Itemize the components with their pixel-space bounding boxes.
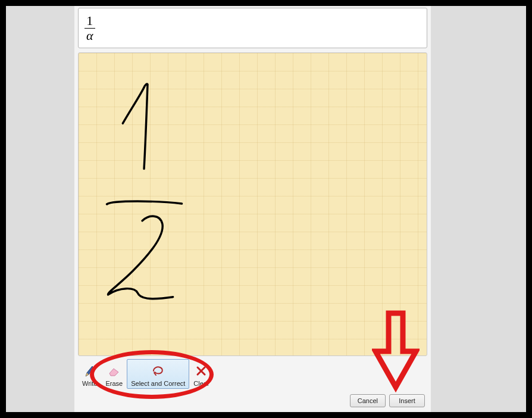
fraction-numerator: 1: [85, 14, 95, 28]
select-and-correct-button[interactable]: Select and Correct: [127, 359, 189, 389]
pencil-icon: [84, 363, 96, 379]
eraser-icon: [108, 363, 121, 379]
erase-button[interactable]: Erase: [101, 359, 127, 389]
dialog-buttons: Cancel Insert: [350, 394, 425, 407]
select-correct-label: Select and Correct: [131, 380, 185, 387]
ink-strokes: [79, 53, 427, 355]
equation-preview: 1 α: [78, 8, 427, 48]
x-icon: [196, 363, 206, 379]
right-gutter: [431, 6, 526, 412]
insert-button[interactable]: Insert: [389, 394, 425, 407]
erase-label: Erase: [105, 380, 123, 387]
fraction-display: 1 α: [85, 14, 95, 42]
cancel-button[interactable]: Cancel: [350, 394, 386, 407]
write-label: Write: [82, 380, 97, 387]
write-button[interactable]: Write: [78, 359, 101, 389]
math-input-panel: 1 α: [74, 6, 431, 412]
lasso-icon: [151, 363, 166, 379]
clear-label: Clear: [193, 380, 209, 387]
fraction-denominator: α: [85, 29, 95, 42]
clear-button[interactable]: Clear: [189, 359, 213, 389]
left-gutter: [6, 6, 74, 412]
ink-toolbar: Write Erase Select and Correct: [78, 359, 214, 389]
dialog-frame: 1 α: [6, 6, 526, 412]
handwriting-canvas[interactable]: [78, 52, 427, 356]
